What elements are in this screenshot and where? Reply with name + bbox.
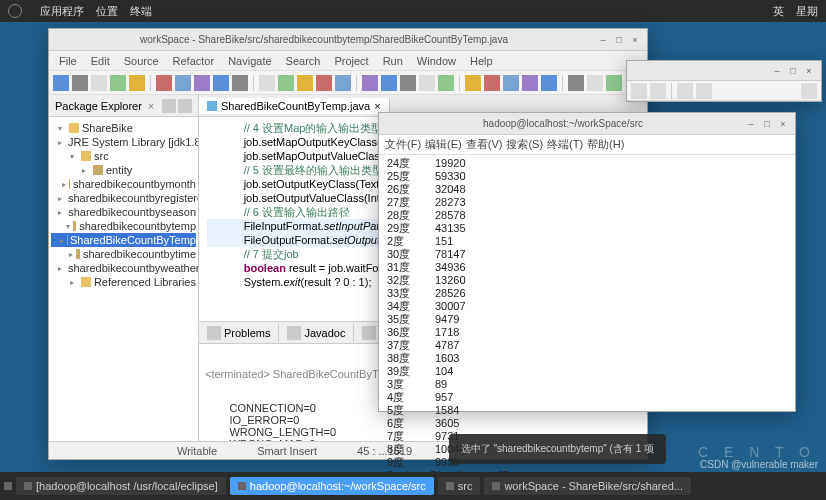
menu-help[interactable]: Help — [464, 55, 499, 67]
menu-navigate[interactable]: Navigate — [222, 55, 277, 67]
toolbar-button-3[interactable] — [110, 75, 126, 91]
status-insert: Smart Insert — [257, 445, 317, 457]
maximize-button[interactable]: □ — [613, 34, 625, 46]
toolbar-button-18[interactable] — [419, 75, 435, 91]
centos-watermark: C E N T O — [698, 444, 816, 460]
menu-project[interactable]: Project — [328, 55, 374, 67]
toolbar-button-7[interactable] — [194, 75, 210, 91]
close-button[interactable]: × — [777, 118, 789, 130]
toolbar-button-13[interactable] — [316, 75, 332, 91]
editor-tab-label: SharedBikeCountByTemp.java — [221, 100, 370, 112]
taskbar-item[interactable]: workSpace - ShareBike/src/shared... — [484, 477, 691, 495]
menu-refactor[interactable]: Refactor — [167, 55, 221, 67]
menu-icon[interactable] — [801, 83, 817, 99]
maximize-button[interactable]: □ — [787, 65, 799, 77]
toolbar-button-15[interactable] — [362, 75, 378, 91]
toolbar-button-19[interactable] — [438, 75, 454, 91]
toolbar-button-12[interactable] — [297, 75, 313, 91]
menu-edit[interactable]: Edit — [85, 55, 116, 67]
toolbar-button-21[interactable] — [484, 75, 500, 91]
back-icon[interactable] — [631, 83, 647, 99]
tree-node[interactable]: ▾sharedbikecountbytemp — [51, 219, 196, 233]
term-menu-item[interactable]: 编辑(E) — [425, 137, 462, 152]
editor-tab[interactable]: SharedBikeCountByTemp.java × — [199, 98, 390, 114]
terminal-title: hadoop@localhost:~/workSpace/src — [385, 118, 741, 129]
menu-icon[interactable] — [178, 99, 192, 113]
menu-search[interactable]: Search — [280, 55, 327, 67]
maximize-button[interactable]: □ — [761, 118, 773, 130]
toolbar-button-22[interactable] — [503, 75, 519, 91]
tree-node[interactable]: ▸sharedbikecountbyweather — [51, 261, 196, 275]
toolbar-button-20[interactable] — [465, 75, 481, 91]
close-icon[interactable]: × — [374, 100, 380, 112]
tree-node[interactable]: ▸entity — [51, 163, 196, 177]
taskbar-item[interactable]: [hadoop@localhost /usr/local/eclipse] — [16, 477, 226, 495]
files-toolbar — [627, 81, 821, 101]
menu-places[interactable]: 位置 — [96, 4, 118, 19]
taskbar-item[interactable]: src — [438, 477, 481, 495]
toolbar-button-2[interactable] — [91, 75, 107, 91]
package-explorer-tab[interactable]: Package Explorer × — [49, 95, 198, 117]
bottom-tab-javadoc[interactable]: Javadoc — [279, 324, 354, 342]
menu-apps[interactable]: 应用程序 — [40, 4, 84, 19]
show-desktop-icon[interactable] — [4, 482, 12, 490]
toolbar-button-17[interactable] — [400, 75, 416, 91]
term-menu-item[interactable]: 文件(F) — [385, 137, 421, 152]
menu-source[interactable]: Source — [118, 55, 165, 67]
bottom-tab-problems[interactable]: Problems — [199, 324, 279, 342]
minimize-button[interactable]: – — [745, 118, 757, 130]
taskbar-item[interactable]: hadoop@localhost:~/workSpace/src — [230, 477, 434, 495]
toolbar-button-23[interactable] — [522, 75, 538, 91]
toolbar-button-14[interactable] — [335, 75, 351, 91]
eclipse-title: workSpace - ShareBike/src/sharedbikecoun… — [55, 34, 593, 45]
java-file-icon — [207, 101, 217, 111]
tree-node[interactable]: ▾ShareBike — [51, 121, 196, 135]
lang-indicator[interactable]: 英 — [773, 4, 784, 19]
close-icon[interactable]: × — [148, 100, 154, 112]
toolbar-button-27[interactable] — [606, 75, 622, 91]
menu-window[interactable]: Window — [411, 55, 462, 67]
tree-node[interactable]: ▸sharedbikecountbyseason — [51, 205, 196, 219]
eclipse-menubar: FileEditSourceRefactorNavigateSearchProj… — [49, 51, 647, 71]
toolbar-button-0[interactable] — [53, 75, 69, 91]
tree-node[interactable]: ▸Referenced Libraries — [51, 275, 196, 289]
toolbar-button-25[interactable] — [568, 75, 584, 91]
toolbar-button-26[interactable] — [587, 75, 603, 91]
terminal-menubar: 文件(F)编辑(E)查看(V)搜索(S)终端(T)帮助(H) — [379, 135, 795, 155]
list-icon[interactable] — [696, 83, 712, 99]
toolbar-button-11[interactable] — [278, 75, 294, 91]
link-icon[interactable] — [162, 99, 176, 113]
toolbar-button-4[interactable] — [129, 75, 145, 91]
term-menu-item[interactable]: 搜索(S) — [506, 137, 543, 152]
tree-node[interactable]: ▸SharedBikeCountByTemp — [51, 233, 196, 247]
minimize-button[interactable]: – — [771, 65, 783, 77]
term-menu-item[interactable]: 帮助(H) — [587, 137, 624, 152]
tree-node[interactable]: ▸sharedbikecountbyregistere — [51, 191, 196, 205]
desktop-taskbar: [hadoop@localhost /usr/local/eclipse]had… — [0, 472, 826, 500]
tree-node[interactable]: ▸sharedbikecountbytime — [51, 247, 196, 261]
menu-file[interactable]: File — [53, 55, 83, 67]
forward-icon[interactable] — [650, 83, 666, 99]
package-tree: ▾ShareBike▸JRE System Library [jdk1.8.0_… — [49, 117, 198, 293]
toolbar-button-5[interactable] — [156, 75, 172, 91]
tree-node[interactable]: ▸JRE System Library [jdk1.8.0_20 — [51, 135, 196, 149]
toolbar-button-1[interactable] — [72, 75, 88, 91]
toolbar-button-24[interactable] — [541, 75, 557, 91]
term-menu-item[interactable]: 查看(V) — [466, 137, 503, 152]
tree-node[interactable]: ▾src — [51, 149, 196, 163]
terminal-titlebar: hadoop@localhost:~/workSpace/src – □ × — [379, 113, 795, 135]
toolbar-button-9[interactable] — [232, 75, 248, 91]
grid-icon[interactable] — [677, 83, 693, 99]
activities-icon[interactable] — [8, 4, 22, 18]
tree-node[interactable]: ▸sharedbikecountbymonth — [51, 177, 196, 191]
menu-run[interactable]: Run — [377, 55, 409, 67]
close-button[interactable]: × — [629, 34, 641, 46]
term-menu-item[interactable]: 终端(T) — [547, 137, 583, 152]
minimize-button[interactable]: – — [597, 34, 609, 46]
toolbar-button-10[interactable] — [259, 75, 275, 91]
toolbar-button-6[interactable] — [175, 75, 191, 91]
toolbar-button-16[interactable] — [381, 75, 397, 91]
close-button[interactable]: × — [803, 65, 815, 77]
menu-terminal[interactable]: 终端 — [130, 4, 152, 19]
toolbar-button-8[interactable] — [213, 75, 229, 91]
